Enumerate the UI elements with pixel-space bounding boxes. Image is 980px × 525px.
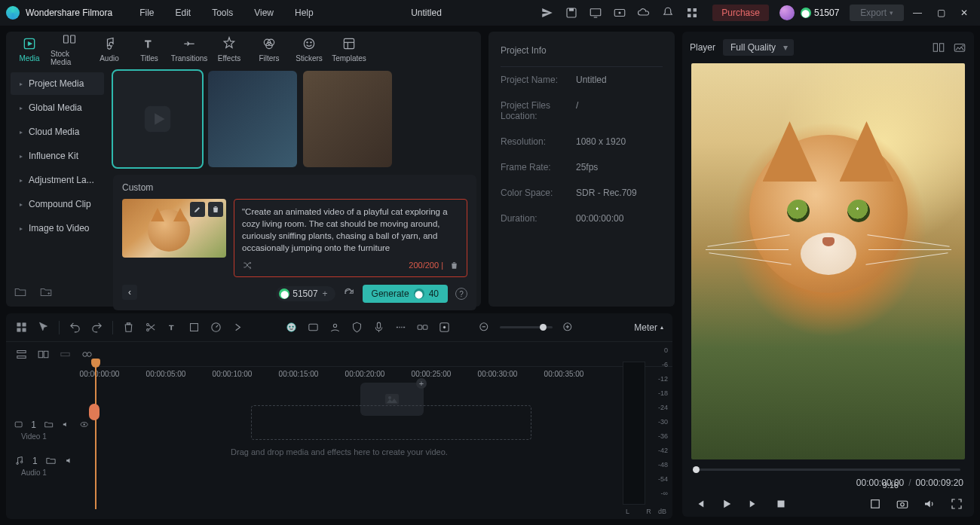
prompt-textarea[interactable]: "Create an animated video of a playful c… bbox=[234, 199, 467, 277]
audio-sync-icon[interactable] bbox=[394, 321, 407, 334]
generate-button[interactable]: Generate⬤40 bbox=[363, 285, 448, 303]
reference-image[interactable] bbox=[122, 199, 226, 258]
record-icon[interactable] bbox=[613, 6, 626, 20]
help-icon[interactable]: ? bbox=[455, 288, 467, 300]
folder-icon[interactable] bbox=[45, 455, 57, 466]
tab-stickers[interactable]: Stickers bbox=[290, 32, 328, 66]
media-thumb-1[interactable] bbox=[113, 71, 202, 167]
crop-icon[interactable] bbox=[188, 321, 201, 334]
shuffle-icon[interactable] bbox=[242, 260, 253, 270]
sidebar-item-cloud-media[interactable]: ▸Cloud Media bbox=[11, 121, 104, 143]
grid-icon[interactable] bbox=[15, 321, 28, 334]
sidebar-item-global-media[interactable]: ▸Global Media bbox=[11, 96, 104, 119]
tab-templates[interactable]: Templates bbox=[330, 32, 368, 66]
magnet-icon[interactable] bbox=[59, 348, 72, 361]
camera-icon[interactable] bbox=[896, 497, 909, 511]
mark-in-icon[interactable] bbox=[868, 497, 882, 511]
ai-cut-icon[interactable] bbox=[307, 321, 320, 334]
preview-viewport[interactable] bbox=[691, 63, 965, 459]
shield-icon[interactable] bbox=[351, 321, 363, 334]
window-close[interactable]: ✕ bbox=[954, 8, 974, 18]
ai-portrait-icon[interactable] bbox=[329, 321, 341, 334]
cloud-icon[interactable] bbox=[637, 6, 651, 20]
bell-icon[interactable] bbox=[661, 6, 675, 20]
credits-amount: 51507 bbox=[814, 8, 839, 18]
media-thumb-3[interactable] bbox=[303, 71, 392, 167]
track-options-icon[interactable] bbox=[15, 348, 28, 361]
apps-icon[interactable] bbox=[685, 6, 699, 20]
zoom-slider[interactable] bbox=[500, 326, 553, 328]
playhead-handle[interactable] bbox=[89, 404, 100, 420]
screen-icon[interactable] bbox=[589, 6, 602, 20]
purchase-button[interactable]: Purchase bbox=[712, 5, 769, 21]
tab-transitions[interactable]: Transitions bbox=[170, 32, 208, 66]
link-icon[interactable] bbox=[416, 321, 429, 334]
sidebar-item-compound-clip[interactable]: ▸Compound Clip bbox=[11, 193, 104, 215]
volume-icon[interactable] bbox=[923, 497, 936, 511]
cursor-icon[interactable] bbox=[37, 321, 50, 334]
preview-scrubber[interactable] bbox=[691, 465, 965, 475]
delete-image-button[interactable] bbox=[208, 202, 223, 217]
keyframe-icon[interactable] bbox=[438, 321, 451, 334]
stop-icon[interactable] bbox=[774, 497, 788, 511]
edit-image-button[interactable] bbox=[190, 202, 205, 217]
sidebar-item-influence-kit[interactable]: ▸Influence Kit bbox=[11, 145, 104, 167]
mic-icon[interactable] bbox=[372, 321, 385, 334]
tab-stock-media[interactable]: Stock Media bbox=[51, 32, 88, 66]
menu-file[interactable]: File bbox=[130, 8, 163, 18]
menu-view[interactable]: View bbox=[245, 8, 283, 18]
save-icon[interactable] bbox=[565, 6, 578, 20]
new-bin-icon[interactable] bbox=[39, 285, 53, 299]
svg-rect-27 bbox=[940, 44, 944, 52]
send-icon[interactable] bbox=[541, 6, 554, 20]
redo-icon[interactable] bbox=[90, 321, 103, 334]
zoom-out-icon[interactable] bbox=[478, 321, 491, 334]
clear-prompt-icon[interactable] bbox=[449, 261, 459, 270]
speed-icon[interactable] bbox=[210, 321, 222, 334]
sidebar-item-image-to-video[interactable]: ▸Image to Video bbox=[11, 217, 104, 240]
folder-icon[interactable] bbox=[44, 419, 54, 430]
compare-icon[interactable] bbox=[932, 41, 945, 54]
mute-icon[interactable] bbox=[61, 419, 71, 430]
zoom-in-icon[interactable] bbox=[562, 321, 574, 334]
fullscreen-icon[interactable] bbox=[950, 497, 963, 511]
mute-icon[interactable] bbox=[64, 455, 75, 466]
collapse-sidebar-button[interactable]: ‹ bbox=[122, 285, 137, 300]
media-thumb-2[interactable] bbox=[208, 71, 297, 167]
tab-effects[interactable]: Effects bbox=[210, 32, 248, 66]
visibility-icon[interactable] bbox=[79, 419, 89, 430]
snapshot-icon[interactable] bbox=[953, 41, 966, 54]
tab-media[interactable]: Media bbox=[11, 32, 48, 66]
menu-help[interactable]: Help bbox=[286, 8, 323, 18]
ai-icon[interactable] bbox=[285, 321, 298, 334]
marker-icon[interactable] bbox=[37, 348, 50, 361]
next-frame-icon[interactable] bbox=[747, 497, 761, 511]
window-minimize[interactable]: — bbox=[907, 8, 928, 18]
svg-rect-21 bbox=[344, 38, 354, 48]
refresh-icon[interactable] bbox=[343, 288, 355, 300]
menu-edit[interactable]: Edit bbox=[167, 8, 201, 18]
delete-icon[interactable] bbox=[122, 321, 135, 334]
quality-select[interactable]: Full Quality bbox=[723, 39, 794, 56]
tab-titles[interactable]: TTitles bbox=[130, 32, 168, 66]
text-icon[interactable]: T bbox=[166, 321, 179, 334]
playhead[interactable] bbox=[95, 359, 96, 509]
svg-point-5 bbox=[619, 12, 621, 14]
credits-pill[interactable]: ⬤51507 bbox=[801, 8, 839, 18]
split-icon[interactable] bbox=[144, 321, 157, 334]
new-folder-icon[interactable] bbox=[14, 285, 27, 299]
avatar[interactable] bbox=[779, 5, 795, 20]
tab-audio[interactable]: Audio bbox=[90, 32, 128, 66]
menu-tools[interactable]: Tools bbox=[203, 8, 242, 18]
undo-icon[interactable] bbox=[69, 321, 81, 334]
export-button[interactable]: Export▾ bbox=[850, 5, 904, 21]
meter-toggle[interactable]: Meter▴ bbox=[634, 322, 663, 333]
window-maximize[interactable]: ▢ bbox=[931, 8, 951, 18]
play-icon[interactable] bbox=[720, 497, 733, 511]
timeline-dropzone[interactable] bbox=[251, 405, 531, 440]
prev-frame-icon[interactable] bbox=[693, 497, 706, 511]
tab-filters[interactable]: Filters bbox=[250, 32, 288, 66]
sidebar-item-project-media[interactable]: ▸Project Media bbox=[11, 72, 104, 95]
more-icon[interactable] bbox=[231, 321, 244, 334]
sidebar-item-adjustment-layer[interactable]: ▸Adjustment La... bbox=[11, 169, 104, 191]
